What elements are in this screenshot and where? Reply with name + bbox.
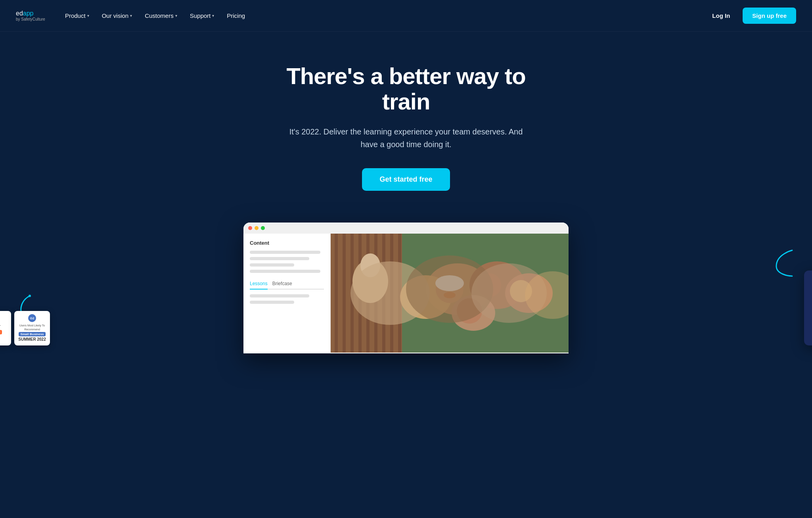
nav-item-customers[interactable]: Customers ▾ [139, 9, 183, 22]
browser-dot-yellow [255, 226, 259, 230]
navbar: edapp by SafetyCulture Product ▾ Our vis… [0, 0, 812, 32]
decorative-curve-right [772, 246, 796, 278]
browser-sidebar-title: Content [250, 240, 324, 246]
signup-button[interactable]: Sign up free [743, 8, 796, 24]
tab-lessons[interactable]: Lessons [250, 281, 268, 290]
nav-link-product[interactable]: Product ▾ [59, 9, 95, 22]
browser-line-5 [250, 294, 309, 297]
badges-container: G2 Easiest To Do Business With Enterpris… [0, 311, 50, 345]
browser-bar [243, 223, 569, 234]
g2-icon-3: G2 [28, 314, 36, 322]
browser-mockup: Content Lessons Briefcase [243, 223, 569, 353]
nav-item-support[interactable]: Support ▾ [184, 9, 220, 22]
nav-link-customers[interactable]: Customers ▾ [139, 9, 183, 22]
navbar-left: edapp by SafetyCulture Product ▾ Our vis… [16, 9, 251, 22]
nav-link-pricing[interactable]: Pricing [221, 9, 251, 22]
nav-item-ourvision[interactable]: Our vision ▾ [96, 9, 138, 22]
browser-line-1 [250, 251, 320, 254]
browser-tabs: Lessons Briefcase [250, 281, 324, 290]
logo-tagline: by SafetyCulture [16, 17, 45, 21]
browser-line-4 [250, 270, 320, 273]
browser-photo-area [331, 234, 569, 353]
login-button[interactable]: Log In [706, 9, 736, 22]
quiz-results-card: Your quiz results are in! SCORE 10288 CO… [804, 271, 812, 345]
browser-line-6 [250, 301, 294, 304]
browser-content: Content Lessons Briefcase [243, 234, 569, 353]
tab-briefcase[interactable]: Briefcase [272, 281, 292, 286]
nav-item-pricing[interactable]: Pricing [221, 9, 251, 22]
browser-dot-green [261, 226, 265, 230]
badge-leader: G2 Leader SUMMER 2022 [0, 311, 11, 345]
people-photo [331, 234, 569, 353]
badge-period-3: SUMMER 2022 [18, 337, 46, 341]
people-overlay [331, 234, 569, 353]
navbar-right: Log In Sign up free [706, 8, 796, 24]
badge-season-2: SUMMER [0, 330, 2, 334]
chevron-down-icon: ▾ [130, 13, 132, 18]
badge-recommend: G2 Users Most Likely To Recommend Small … [14, 311, 50, 345]
chevron-down-icon: ▾ [212, 13, 214, 18]
hero-section: There's a better way to train It's 2022.… [0, 32, 812, 215]
badge-season-3: Small Business [19, 332, 45, 336]
nav-link-ourvision[interactable]: Our vision ▾ [96, 9, 138, 22]
hero-title: There's a better way to train [267, 63, 545, 114]
hero-subtitle: It's 2022. Deliver the learning experien… [283, 125, 529, 151]
browser-sidebar: Content Lessons Briefcase [243, 234, 331, 353]
browser-dot-red [248, 226, 252, 230]
logo[interactable]: edapp by SafetyCulture [16, 10, 45, 21]
badge-text-3: Users Most Likely To Recommend [18, 324, 46, 331]
cta-button[interactable]: Get started free [362, 168, 450, 191]
chevron-down-icon: ▾ [87, 13, 89, 18]
browser-line-2 [250, 257, 309, 260]
preview-section: G2 Easiest To Do Business With Enterpris… [0, 215, 812, 353]
logo-ed: ed [16, 10, 23, 17]
logo-app: app [23, 10, 34, 17]
chevron-down-icon: ▾ [175, 13, 177, 18]
badge-title-2: Leader [0, 324, 7, 328]
svg-point-0 [29, 295, 31, 297]
badge-period-2: 2022 [0, 335, 7, 340]
nav-link-support[interactable]: Support ▾ [184, 9, 220, 22]
browser-line-3 [250, 263, 294, 267]
nav-links: Product ▾ Our vision ▾ Customers ▾ Suppo… [59, 9, 251, 22]
nav-item-product[interactable]: Product ▾ [59, 9, 95, 22]
